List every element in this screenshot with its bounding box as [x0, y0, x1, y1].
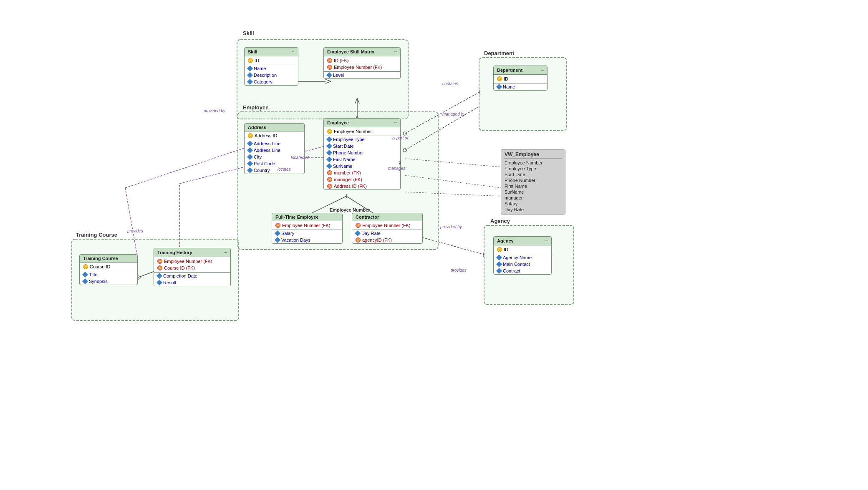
svg-line-33: [125, 146, 250, 188]
employee-group-label: Employee: [243, 104, 268, 111]
fk-icon: 🔑: [327, 58, 332, 63]
department-header: Department −: [494, 66, 547, 75]
contractor-entity: Contractor 🔑 Employee Number (FK) Day Ra…: [352, 213, 423, 244]
diamond-icon: [275, 230, 280, 236]
key-icon: 🔑: [83, 264, 88, 269]
fk-icon: 🔑: [327, 170, 332, 175]
diamond-icon: [247, 147, 253, 153]
fk-icon: 🔑: [327, 177, 332, 182]
diamond-icon: [247, 141, 253, 146]
skill-header: Skill −: [245, 48, 298, 56]
relation-provides-2: provides: [451, 268, 467, 273]
diamond-icon: [496, 84, 502, 90]
svg-line-11: [357, 98, 359, 104]
training-group-label: Training Course: [76, 232, 117, 238]
diamond-icon: [247, 154, 253, 160]
fk-icon: 🔑: [327, 184, 332, 189]
diamond-icon: [247, 72, 253, 78]
connections-svg: [0, 0, 868, 490]
diamond-icon: [326, 150, 332, 156]
relation-provided-by-1: provided by: [204, 109, 225, 113]
address-entity: Address 🔑 Address ID Address Line Addres…: [244, 123, 305, 174]
svg-point-22: [403, 149, 406, 152]
department-group-label: Department: [484, 50, 514, 56]
relation-provides-1: provides: [127, 229, 143, 233]
skill-pk-row: 🔑 ID: [245, 57, 298, 64]
relation-is-part-of: is part of: [392, 136, 408, 140]
svg-line-21: [405, 106, 479, 150]
svg-line-37: [405, 159, 501, 167]
key-icon: 🔑: [497, 76, 502, 81]
diamond-icon: [247, 79, 253, 85]
training-course-entity: Training Course 🔑 Course ID Title Synops…: [79, 254, 138, 285]
vw-employee-box: VW_Employee Employee Number Employee Typ…: [501, 149, 565, 215]
diamond-icon: [275, 237, 280, 243]
fk-icon: 🔑: [356, 223, 361, 228]
fulltime-employee-entity: Full-Time Employee 🔑 Employee Number (FK…: [272, 213, 343, 244]
svg-line-39: [405, 192, 501, 196]
skill-entity: Skill − 🔑 ID Name Description Category: [244, 47, 298, 86]
diamond-icon: [247, 161, 253, 167]
relation-provided-by-2: provided by: [440, 225, 462, 229]
agency-group-label: Agency: [490, 218, 510, 224]
employee-header: Employee −: [324, 119, 400, 127]
employee-number-label-sub: Employee Number: [330, 207, 370, 212]
diamond-icon: [326, 143, 332, 149]
employee-entity: Employee − 🔑 Employee Number Employee Ty…: [323, 118, 401, 190]
training-history-header: Training History −: [154, 248, 230, 257]
z-label: z: [399, 159, 401, 166]
fk-icon: 🔑: [327, 65, 332, 70]
fk-icon: 🔑: [157, 265, 162, 270]
fulltime-header: Full-Time Employee: [272, 213, 342, 221]
diamond-icon: [326, 163, 332, 169]
diamond-icon: [247, 66, 253, 71]
svg-line-38: [405, 175, 501, 188]
diamond-icon: [247, 167, 253, 173]
relation-managed-by: managed by: [442, 112, 465, 116]
diamond-icon: [326, 136, 332, 142]
svg-line-7: [326, 81, 331, 83]
key-icon: 🔑: [497, 247, 502, 252]
contractor-header: Contractor: [352, 213, 422, 221]
relation-manages: manages: [388, 166, 405, 171]
svg-line-32: [125, 188, 138, 259]
employee-skill-matrix-entity: Employee Skill Matrix − 🔑 ID (FK) 🔑 Empl…: [323, 47, 401, 79]
diamond-icon: [156, 273, 162, 279]
relation-contains: contains: [442, 81, 458, 86]
key-icon: 🔑: [248, 58, 253, 63]
diamond-icon: [156, 280, 162, 285]
fk-icon: 🔑: [275, 223, 280, 228]
relation-located-at: located at: [291, 155, 309, 160]
svg-line-10: [355, 98, 357, 104]
key-icon: 🔑: [327, 129, 332, 134]
fk-icon: 🔑: [356, 237, 361, 242]
diamond-icon: [496, 255, 502, 260]
agency-entity: Agency − 🔑 ID Agency Name Main Contact C…: [493, 236, 552, 275]
svg-line-6: [326, 79, 331, 81]
department-entity: Department − 🔑 ID Name: [493, 66, 548, 91]
diamond-icon: [82, 278, 88, 284]
diamond-icon: [496, 268, 502, 274]
agency-header: Agency −: [494, 237, 551, 245]
diamond-icon: [326, 157, 332, 162]
diamond-icon: [82, 272, 88, 278]
vw-employee-header: VW_Employee: [505, 152, 562, 159]
key-icon: 🔑: [248, 133, 253, 138]
diamond-icon: [355, 230, 361, 236]
fk-icon: 🔑: [157, 259, 162, 264]
diamond-icon: [326, 72, 332, 78]
diagram-area: Skill Employee Department Training Cours…: [0, 0, 868, 490]
svg-point-19: [403, 132, 406, 135]
relation-locates: locates: [278, 167, 291, 172]
skill-group-label: Skill: [243, 30, 254, 36]
emp-skill-header: Employee Skill Matrix −: [324, 48, 400, 56]
svg-line-28: [138, 271, 154, 278]
training-history-entity: Training History − 🔑 Employee Number (FK…: [154, 248, 231, 286]
training-course-header: Training Course: [80, 255, 137, 263]
address-header: Address: [245, 124, 304, 131]
diamond-icon: [496, 261, 502, 267]
